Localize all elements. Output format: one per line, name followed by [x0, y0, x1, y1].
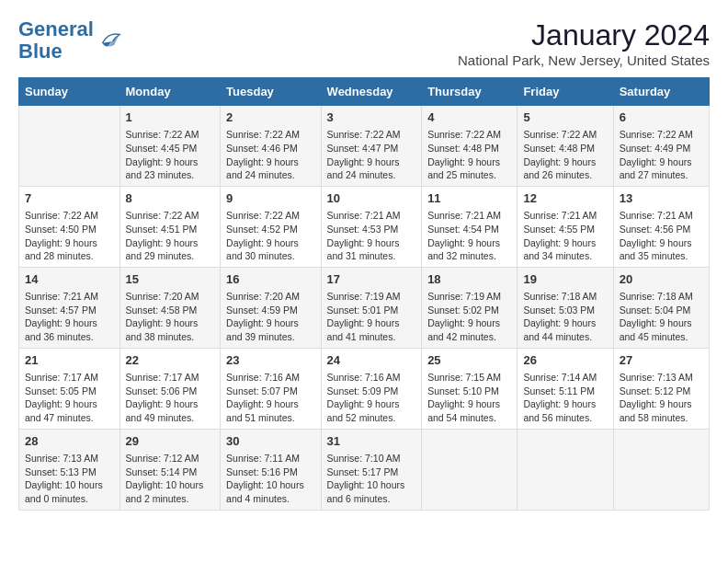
day-number: 4 — [427, 109, 511, 126]
calendar-cell: 20Sunrise: 7:18 AM Sunset: 5:04 PM Dayli… — [613, 267, 709, 348]
day-info: Sunrise: 7:22 AM Sunset: 4:49 PM Dayligh… — [620, 128, 703, 182]
day-number: 15 — [126, 271, 215, 288]
calendar-cell: 26Sunrise: 7:14 AM Sunset: 5:11 PM Dayli… — [518, 348, 613, 429]
calendar-cell: 12Sunrise: 7:21 AM Sunset: 4:55 PM Dayli… — [518, 186, 613, 267]
header-wednesday: Wednesday — [321, 78, 422, 106]
day-info: Sunrise: 7:14 AM Sunset: 5:11 PM Dayligh… — [523, 371, 607, 425]
day-number: 16 — [226, 271, 315, 288]
day-number: 20 — [620, 271, 703, 288]
day-info: Sunrise: 7:17 AM Sunset: 5:05 PM Dayligh… — [25, 371, 114, 425]
calendar-cell: 1Sunrise: 7:22 AM Sunset: 4:45 PM Daylig… — [119, 106, 221, 187]
day-info: Sunrise: 7:22 AM Sunset: 4:48 PM Dayligh… — [523, 128, 607, 182]
page-title: January 2024 — [458, 18, 710, 52]
day-number: 1 — [126, 109, 215, 126]
day-info: Sunrise: 7:10 AM Sunset: 5:17 PM Dayligh… — [327, 452, 416, 506]
day-number: 12 — [523, 190, 607, 207]
day-info: Sunrise: 7:12 AM Sunset: 5:14 PM Dayligh… — [126, 452, 215, 506]
day-number: 21 — [25, 352, 114, 369]
header-friday: Friday — [518, 78, 613, 106]
calendar-cell: 30Sunrise: 7:11 AM Sunset: 5:16 PM Dayli… — [221, 429, 322, 510]
logo: General Blue — [18, 18, 121, 63]
day-number: 27 — [620, 352, 703, 369]
day-number: 31 — [327, 433, 416, 450]
day-info: Sunrise: 7:22 AM Sunset: 4:52 PM Dayligh… — [226, 209, 315, 263]
header: General Blue January 2024 National Park,… — [18, 18, 710, 68]
day-number: 26 — [523, 352, 607, 369]
calendar-cell: 24Sunrise: 7:16 AM Sunset: 5:09 PM Dayli… — [321, 348, 422, 429]
calendar-cell: 19Sunrise: 7:18 AM Sunset: 5:03 PM Dayli… — [518, 267, 613, 348]
day-info: Sunrise: 7:22 AM Sunset: 4:47 PM Dayligh… — [327, 128, 416, 182]
calendar-cell: 8Sunrise: 7:22 AM Sunset: 4:51 PM Daylig… — [119, 186, 221, 267]
calendar-cell: 31Sunrise: 7:10 AM Sunset: 5:17 PM Dayli… — [321, 429, 422, 510]
calendar-cell: 22Sunrise: 7:17 AM Sunset: 5:06 PM Dayli… — [119, 348, 221, 429]
day-info: Sunrise: 7:21 AM Sunset: 4:55 PM Dayligh… — [523, 209, 607, 263]
calendar-cell: 13Sunrise: 7:21 AM Sunset: 4:56 PM Dayli… — [613, 186, 709, 267]
week-row-3: 14Sunrise: 7:21 AM Sunset: 4:57 PM Dayli… — [19, 267, 710, 348]
day-info: Sunrise: 7:19 AM Sunset: 5:02 PM Dayligh… — [427, 290, 511, 344]
day-info: Sunrise: 7:15 AM Sunset: 5:10 PM Dayligh… — [427, 371, 511, 425]
calendar-cell — [613, 429, 709, 510]
logo-text: General Blue — [18, 18, 94, 63]
day-number: 29 — [126, 433, 215, 450]
week-row-1: 1Sunrise: 7:22 AM Sunset: 4:45 PM Daylig… — [19, 106, 710, 187]
day-info: Sunrise: 7:11 AM Sunset: 5:16 PM Dayligh… — [226, 452, 315, 506]
title-area: January 2024 National Park, New Jersey, … — [458, 18, 710, 68]
calendar-cell: 25Sunrise: 7:15 AM Sunset: 5:10 PM Dayli… — [422, 348, 518, 429]
calendar-cell — [518, 429, 613, 510]
day-info: Sunrise: 7:20 AM Sunset: 4:58 PM Dayligh… — [126, 290, 215, 344]
page-subtitle: National Park, New Jersey, United States — [458, 52, 710, 68]
day-number: 10 — [327, 190, 416, 207]
day-info: Sunrise: 7:17 AM Sunset: 5:06 PM Dayligh… — [126, 371, 215, 425]
header-sunday: Sunday — [19, 78, 120, 106]
calendar-cell: 3Sunrise: 7:22 AM Sunset: 4:47 PM Daylig… — [321, 106, 422, 187]
day-info: Sunrise: 7:13 AM Sunset: 5:13 PM Dayligh… — [25, 452, 114, 506]
day-number: 25 — [427, 352, 511, 369]
week-row-2: 7Sunrise: 7:22 AM Sunset: 4:50 PM Daylig… — [19, 186, 710, 267]
calendar-cell: 10Sunrise: 7:21 AM Sunset: 4:53 PM Dayli… — [321, 186, 422, 267]
calendar-cell — [422, 429, 518, 510]
calendar-cell: 5Sunrise: 7:22 AM Sunset: 4:48 PM Daylig… — [518, 106, 613, 187]
day-info: Sunrise: 7:19 AM Sunset: 5:01 PM Dayligh… — [327, 290, 416, 344]
day-info: Sunrise: 7:22 AM Sunset: 4:51 PM Dayligh… — [126, 209, 215, 263]
day-info: Sunrise: 7:13 AM Sunset: 5:12 PM Dayligh… — [620, 371, 703, 425]
calendar-cell: 27Sunrise: 7:13 AM Sunset: 5:12 PM Dayli… — [613, 348, 709, 429]
calendar-cell: 23Sunrise: 7:16 AM Sunset: 5:07 PM Dayli… — [221, 348, 322, 429]
day-info: Sunrise: 7:22 AM Sunset: 4:50 PM Dayligh… — [25, 209, 114, 263]
day-number: 7 — [25, 190, 114, 207]
calendar-cell: 16Sunrise: 7:20 AM Sunset: 4:59 PM Dayli… — [221, 267, 322, 348]
calendar-cell: 6Sunrise: 7:22 AM Sunset: 4:49 PM Daylig… — [613, 106, 709, 187]
calendar-cell: 18Sunrise: 7:19 AM Sunset: 5:02 PM Dayli… — [422, 267, 518, 348]
day-number: 3 — [327, 109, 416, 126]
calendar-cell: 29Sunrise: 7:12 AM Sunset: 5:14 PM Dayli… — [119, 429, 221, 510]
day-number: 30 — [226, 433, 315, 450]
day-number: 6 — [620, 109, 703, 126]
day-info: Sunrise: 7:21 AM Sunset: 4:57 PM Dayligh… — [25, 290, 114, 344]
day-info: Sunrise: 7:21 AM Sunset: 4:56 PM Dayligh… — [620, 209, 703, 263]
header-monday: Monday — [119, 78, 221, 106]
day-info: Sunrise: 7:21 AM Sunset: 4:54 PM Dayligh… — [427, 209, 511, 263]
day-number: 13 — [620, 190, 703, 207]
day-info: Sunrise: 7:22 AM Sunset: 4:48 PM Dayligh… — [427, 128, 511, 182]
header-tuesday: Tuesday — [221, 78, 322, 106]
day-number: 9 — [226, 190, 315, 207]
day-info: Sunrise: 7:20 AM Sunset: 4:59 PM Dayligh… — [226, 290, 315, 344]
logo-bird-icon — [96, 28, 121, 53]
calendar-cell: 7Sunrise: 7:22 AM Sunset: 4:50 PM Daylig… — [19, 186, 120, 267]
day-info: Sunrise: 7:16 AM Sunset: 5:09 PM Dayligh… — [327, 371, 416, 425]
day-number: 11 — [427, 190, 511, 207]
day-number: 19 — [523, 271, 607, 288]
calendar-cell: 15Sunrise: 7:20 AM Sunset: 4:58 PM Dayli… — [119, 267, 221, 348]
calendar-cell: 14Sunrise: 7:21 AM Sunset: 4:57 PM Dayli… — [19, 267, 120, 348]
calendar-cell: 4Sunrise: 7:22 AM Sunset: 4:48 PM Daylig… — [422, 106, 518, 187]
calendar-cell: 11Sunrise: 7:21 AM Sunset: 4:54 PM Dayli… — [422, 186, 518, 267]
day-number: 24 — [327, 352, 416, 369]
day-number: 22 — [126, 352, 215, 369]
day-info: Sunrise: 7:18 AM Sunset: 5:03 PM Dayligh… — [523, 290, 607, 344]
header-thursday: Thursday — [422, 78, 518, 106]
day-number: 2 — [226, 109, 315, 126]
day-number: 14 — [25, 271, 114, 288]
day-info: Sunrise: 7:21 AM Sunset: 4:53 PM Dayligh… — [327, 209, 416, 263]
day-number: 18 — [427, 271, 511, 288]
day-number: 5 — [523, 109, 607, 126]
calendar-cell: 9Sunrise: 7:22 AM Sunset: 4:52 PM Daylig… — [221, 186, 322, 267]
